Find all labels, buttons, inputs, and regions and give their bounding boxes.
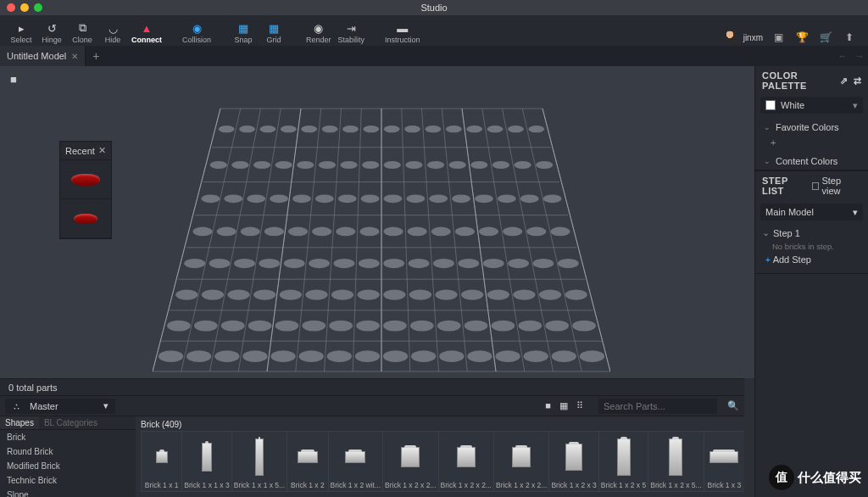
cart-icon[interactable]: 🛒 bbox=[817, 31, 834, 43]
svg-point-58 bbox=[431, 227, 451, 237]
tab-shapes[interactable]: Shapes bbox=[0, 416, 39, 429]
svg-point-122 bbox=[439, 350, 464, 362]
model-selector[interactable]: Main Model▾ bbox=[760, 204, 863, 221]
upload-icon[interactable]: ⬆ bbox=[841, 31, 858, 43]
svg-line-156 bbox=[522, 109, 581, 371]
brick-label: Brick 1 x 2 bbox=[289, 481, 326, 489]
search-icon[interactable]: 🔍 bbox=[727, 400, 739, 411]
add-step-button[interactable]: Add Step bbox=[762, 253, 861, 270]
brick-item[interactable]: Brick 1 x 2 x 5 bbox=[598, 431, 648, 492]
close-window[interactable] bbox=[7, 3, 15, 12]
svg-point-59 bbox=[455, 227, 475, 237]
cursor-icon: ▸ bbox=[19, 22, 25, 34]
view-grid-icon[interactable]: ▦ bbox=[559, 400, 568, 411]
category-item[interactable]: Technic Brick bbox=[0, 473, 136, 488]
search-parts-input[interactable] bbox=[598, 399, 717, 414]
brick-item[interactable]: Brick 1 x 1 x 5... bbox=[231, 431, 287, 492]
content-colors-toggle[interactable]: ⌄Content Colors bbox=[755, 153, 868, 170]
eyedropper-icon[interactable]: ⇗ bbox=[840, 75, 849, 87]
svg-point-73 bbox=[409, 259, 430, 268]
svg-point-3 bbox=[281, 126, 297, 132]
svg-point-14 bbox=[508, 126, 524, 132]
svg-point-57 bbox=[408, 227, 427, 237]
parts-count: 0 total parts bbox=[8, 383, 57, 393]
svg-line-139 bbox=[181, 109, 241, 371]
snap-tool[interactable]: ▦Snap bbox=[229, 17, 258, 44]
viewport-camera-icon[interactable]: ■ bbox=[10, 73, 17, 86]
svg-point-119 bbox=[355, 350, 380, 362]
grid-icon: ▦ bbox=[269, 22, 279, 34]
svg-point-9 bbox=[404, 126, 420, 132]
category-item[interactable]: Modified Brick bbox=[0, 459, 136, 473]
close-tab-icon[interactable]: ✕ bbox=[71, 52, 78, 61]
brick-item[interactable]: Brick 1 x 2 bbox=[287, 431, 328, 492]
svg-point-83 bbox=[253, 290, 275, 300]
svg-point-71 bbox=[359, 259, 380, 268]
document-tab[interactable]: Untitled Model ✕ bbox=[0, 46, 86, 66]
collision-tool[interactable]: ◉Collision bbox=[180, 17, 214, 44]
view-dots-icon[interactable]: ⠿ bbox=[576, 400, 583, 411]
step-item[interactable]: ⌄Step 1 bbox=[762, 227, 861, 238]
brick-label: Brick 1 x 2 x 5... bbox=[650, 481, 701, 489]
color-palette-header: COLOR PALETTE bbox=[762, 70, 840, 91]
brick-item[interactable]: Brick 1 x 1 bbox=[141, 431, 182, 492]
next-tab-icon[interactable]: → bbox=[851, 51, 868, 61]
svg-point-13 bbox=[487, 126, 504, 132]
brick-item[interactable]: Brick 1 x 3 bbox=[704, 431, 744, 492]
svg-line-154 bbox=[482, 109, 525, 371]
brick-item[interactable]: Brick 1 x 2 x 2... bbox=[438, 431, 494, 492]
stability-tool[interactable]: ⇥Stability bbox=[336, 17, 368, 44]
brick-item[interactable]: Brick 1 x 2 x 5... bbox=[648, 431, 704, 492]
step-view-toggle[interactable]: Step view bbox=[812, 176, 861, 196]
favorite-colors-toggle[interactable]: ⌄Favorite Colors bbox=[755, 119, 868, 136]
svg-point-91 bbox=[461, 290, 483, 300]
username[interactable]: jinxm bbox=[743, 33, 763, 42]
category-item[interactable]: Round Brick bbox=[0, 444, 136, 459]
color-selector[interactable]: White ▾ bbox=[760, 97, 863, 114]
clone-tool[interactable]: ⧉Clone bbox=[68, 17, 97, 44]
svg-point-120 bbox=[383, 350, 408, 362]
svg-point-76 bbox=[483, 259, 504, 268]
brick-item[interactable]: Brick 1 x 1 x 3 bbox=[181, 431, 231, 492]
select-tool[interactable]: ▸Select bbox=[7, 17, 36, 44]
svg-point-109 bbox=[518, 321, 542, 332]
brick-item[interactable]: Brick 1 x 2 wit... bbox=[328, 431, 384, 492]
hide-tool[interactable]: ◡Hide bbox=[98, 17, 127, 44]
recent-item[interactable] bbox=[60, 160, 111, 199]
connect-tool[interactable]: ▲Connect bbox=[129, 17, 164, 44]
add-tab-button[interactable]: + bbox=[86, 49, 106, 63]
brick-item[interactable]: Brick 1 x 2 x 2... bbox=[382, 431, 438, 492]
close-recent-icon[interactable]: ✕ bbox=[98, 145, 106, 156]
add-favorite-color[interactable]: + bbox=[755, 136, 868, 153]
instruction-tool[interactable]: ▬Instruction bbox=[382, 17, 423, 44]
svg-point-53 bbox=[312, 227, 331, 237]
tab-bl-categories[interactable]: BL Categories bbox=[39, 416, 103, 429]
svg-point-117 bbox=[299, 350, 324, 362]
build-grid bbox=[153, 100, 610, 380]
svg-point-8 bbox=[384, 126, 400, 132]
grid-tool[interactable]: ▦Grid bbox=[259, 17, 288, 44]
palette-settings-icon[interactable]: ⇄ bbox=[854, 75, 862, 87]
svg-point-42 bbox=[429, 194, 448, 203]
svg-point-95 bbox=[565, 290, 587, 300]
svg-point-79 bbox=[558, 259, 579, 268]
category-item[interactable]: Brick bbox=[0, 430, 136, 444]
step-list-header: STEP LIST bbox=[762, 176, 812, 196]
trophy-icon[interactable]: 🏆 bbox=[793, 31, 810, 43]
category-item[interactable]: Slope bbox=[0, 488, 136, 497]
viewport-3d[interactable]: ■ Recent✕ bbox=[0, 66, 754, 378]
brick-item[interactable]: Brick 1 x 2 x 2... bbox=[493, 431, 549, 492]
view-solid-icon[interactable]: ■ bbox=[545, 400, 551, 411]
recent-item[interactable] bbox=[60, 199, 111, 238]
minimize-window[interactable] bbox=[20, 3, 29, 12]
chevron-down-icon: ⌄ bbox=[764, 157, 771, 165]
master-selector[interactable]: ⛬ Master ▾ bbox=[5, 399, 115, 414]
svg-point-124 bbox=[495, 350, 520, 362]
maximize-window[interactable] bbox=[34, 3, 42, 12]
brick-item[interactable]: Brick 1 x 2 x 3 bbox=[548, 431, 598, 492]
hinge-tool[interactable]: ↺Hinge bbox=[37, 17, 66, 44]
prev-tab-icon[interactable]: ← bbox=[834, 51, 851, 61]
avatar[interactable] bbox=[723, 31, 737, 44]
render-tool[interactable]: ◉Render bbox=[303, 17, 334, 44]
notifications-icon[interactable]: ▣ bbox=[770, 31, 787, 43]
